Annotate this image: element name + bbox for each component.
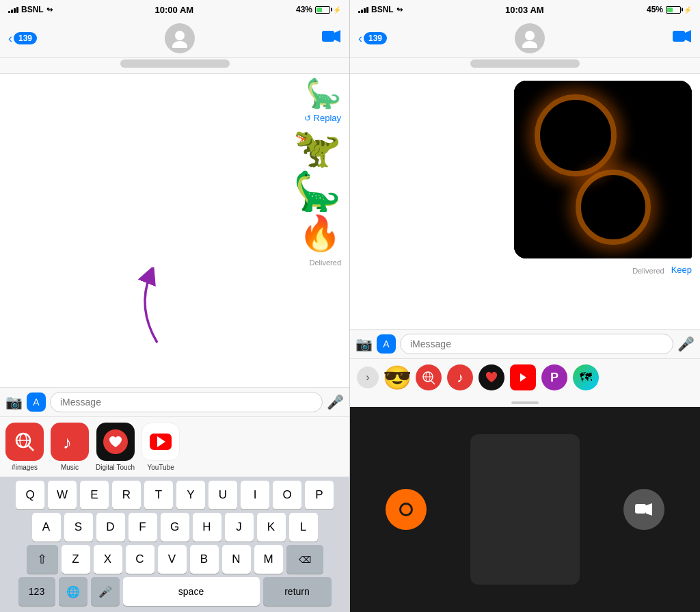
key-u[interactable]: U: [208, 481, 237, 509]
key-e[interactable]: E: [80, 481, 109, 509]
right-avatar-icon: [520, 29, 539, 48]
right-delivered-text: Delivered: [632, 267, 664, 275]
key-w[interactable]: W: [48, 481, 77, 509]
right-carrier: BSNL: [371, 5, 394, 14]
key-n[interactable]: N: [222, 545, 251, 574]
key-y[interactable]: Y: [176, 481, 205, 509]
key-delete[interactable]: ⌫: [286, 545, 323, 574]
right-keep-button[interactable]: Keep: [671, 265, 692, 275]
left-wifi-icon: ↬: [46, 5, 53, 14]
right-app-strip: › 😎 ♪ P 🗺: [350, 358, 700, 396]
left-back-button[interactable]: ‹ 139: [8, 31, 37, 46]
strip-icon-music[interactable]: ♪: [447, 364, 473, 390]
key-g[interactable]: G: [161, 513, 189, 542]
key-p[interactable]: P: [305, 481, 334, 509]
key-b[interactable]: B: [190, 545, 219, 574]
key-r[interactable]: R: [112, 481, 141, 509]
left-back-badge[interactable]: 139: [14, 32, 37, 44]
right-video-toggle-button[interactable]: [623, 489, 664, 530]
app-tray-item-images[interactable]: #images: [5, 423, 44, 471]
key-z[interactable]: Z: [62, 545, 90, 574]
right-battery-rect: [666, 6, 681, 14]
right-signal-bar-1: [358, 11, 360, 13]
right-back-button[interactable]: ‹ 139: [358, 31, 387, 46]
key-numbers[interactable]: 123: [18, 577, 55, 606]
left-battery-pct: 43%: [296, 5, 312, 14]
right-messages-area[interactable]: Delivered Keep: [350, 74, 700, 329]
left-charging-icon: ⚡: [333, 6, 341, 14]
left-signal-bars: [8, 7, 18, 13]
left-battery: [315, 6, 330, 14]
key-f[interactable]: F: [129, 513, 157, 542]
right-imessage-input[interactable]: [400, 334, 673, 354]
strip-expand-button[interactable]: ›: [357, 367, 379, 388]
right-status-bar: BSNL ↬ 10:03 AM 45% ⚡: [350, 0, 700, 19]
key-q[interactable]: Q: [16, 481, 44, 509]
strip-icon-emoji[interactable]: 😎: [384, 364, 410, 390]
key-d[interactable]: D: [96, 513, 125, 542]
strip-icon-search[interactable]: [416, 364, 442, 390]
right-signal-bar-2: [361, 10, 363, 13]
left-mic-button[interactable]: 🎤: [327, 394, 344, 410]
appstore-input-icon[interactable]: A: [27, 393, 46, 412]
replay-icon: ↺: [304, 114, 311, 123]
app-tray-item-music[interactable]: ♪ Music: [51, 423, 89, 471]
key-h[interactable]: H: [193, 513, 221, 542]
key-v[interactable]: V: [158, 545, 187, 574]
key-i[interactable]: I: [241, 481, 269, 509]
left-imessage-input[interactable]: [50, 392, 323, 412]
key-x[interactable]: X: [94, 545, 122, 574]
right-avatar[interactable]: [515, 23, 545, 53]
key-m[interactable]: M: [254, 545, 283, 574]
digital-touch-app-icon[interactable]: [96, 423, 135, 461]
replay-link[interactable]: ↺ Replay: [304, 113, 341, 123]
key-j[interactable]: J: [225, 513, 254, 542]
key-return[interactable]: return: [263, 577, 332, 606]
key-shift[interactable]: ⇧: [27, 545, 58, 574]
camera-input-icon[interactable]: 📷: [5, 394, 23, 410]
key-a[interactable]: A: [32, 513, 61, 542]
right-battery: [666, 6, 681, 14]
avatar-icon: [170, 29, 189, 48]
app-tray-item-digital-touch[interactable]: Digital Touch: [96, 423, 135, 471]
left-messages-area[interactable]: 🦕 ↺ Replay 🦖 🦕 🔥 Delivered: [0, 74, 349, 387]
strip-icon-maps[interactable]: 🗺: [573, 364, 599, 390]
strip-icon-digital-touch[interactable]: [479, 364, 504, 390]
key-globe[interactable]: 🌐: [59, 577, 88, 606]
key-mic[interactable]: 🎤: [91, 577, 120, 606]
video-cam-strip-icon: [635, 503, 653, 516]
strip-icon-purple-app[interactable]: P: [541, 364, 567, 390]
key-c[interactable]: C: [126, 545, 154, 574]
right-camera-shutter[interactable]: [386, 489, 427, 530]
video-camera-icon: [322, 29, 341, 43]
right-mic-button[interactable]: 🎤: [677, 336, 695, 352]
app-tray-item-youtube[interactable]: YouTube: [142, 423, 180, 471]
right-back-badge[interactable]: 139: [364, 32, 387, 44]
digital-touch-heart: [103, 429, 128, 454]
sticker-bronto: 🦕: [293, 172, 341, 211]
music-app-icon[interactable]: ♪: [51, 423, 89, 461]
heart-strip-icon: [484, 370, 499, 385]
key-l[interactable]: L: [289, 513, 318, 542]
svg-point-10: [525, 31, 535, 40]
left-contact-bar: [0, 58, 349, 74]
signal-bar-4: [16, 7, 18, 13]
search-globe-strip-icon: [421, 370, 436, 385]
key-k[interactable]: K: [257, 513, 286, 542]
left-status-bar: BSNL ↬ 10:00 AM 43% ⚡: [0, 0, 349, 19]
left-avatar[interactable]: [165, 23, 195, 53]
left-video-call-button[interactable]: [322, 29, 341, 47]
strip-icon-youtube[interactable]: [510, 364, 536, 390]
right-appstore-icon[interactable]: A: [377, 334, 396, 354]
key-space[interactable]: space: [123, 577, 260, 606]
left-phone-panel: BSNL ↬ 10:00 AM 43% ⚡ ‹ 139: [0, 0, 350, 612]
right-camera-icon[interactable]: 📷: [355, 336, 373, 352]
key-s[interactable]: S: [64, 513, 93, 542]
right-nav-bar: ‹ 139: [350, 19, 700, 58]
right-video-call-button[interactable]: [673, 29, 692, 47]
images-app-icon[interactable]: [5, 423, 44, 461]
youtube-app-icon[interactable]: [142, 423, 180, 461]
key-o[interactable]: O: [273, 481, 301, 509]
left-battery-fill: [317, 8, 322, 12]
key-t[interactable]: T: [144, 481, 173, 509]
